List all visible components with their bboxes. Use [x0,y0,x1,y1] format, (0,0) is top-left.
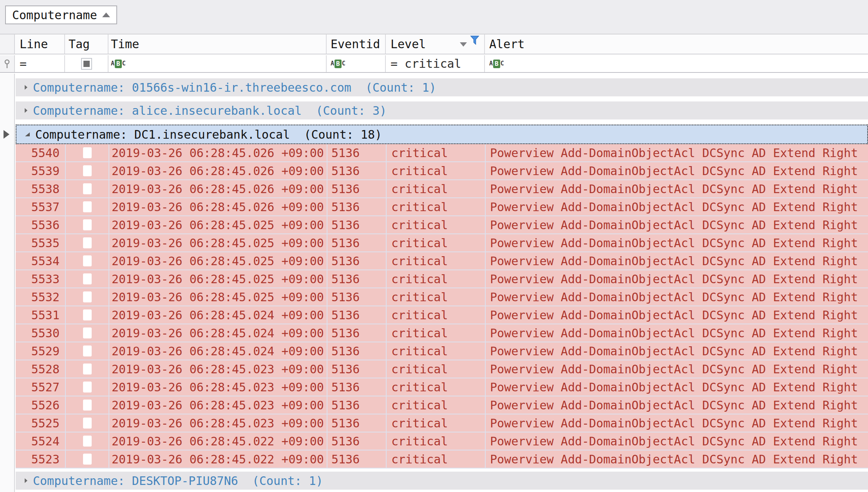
cell-tag [66,288,109,306]
table-row[interactable]: 5527 2019-03-26 06:28:45.023 +09:00 5136… [16,378,868,396]
table-row[interactable]: 5539 2019-03-26 06:28:45.026 +09:00 5136… [16,162,868,180]
table-row[interactable]: 5523 2019-03-26 06:28:45.022 +09:00 5136… [16,450,868,468]
cell-alert: Powerview Add-DomainObjectAcl DCSync AD … [486,144,868,161]
group-row-label: Computername: DESKTOP-PIU87N6 (Count: 1) [33,474,323,488]
group-row-label: Computername: 01566s-win16-ir.threebeesc… [33,81,436,94]
tag-checkbox[interactable] [83,165,92,176]
collapse-expand-icon[interactable] [23,107,29,114]
filter-input-eventid[interactable]: ABC [327,55,386,72]
tag-checkbox[interactable] [83,309,92,320]
filter-input-tag[interactable] [65,55,108,72]
table-row[interactable]: 5540 2019-03-26 06:28:45.026 +09:00 5136… [16,144,868,162]
tag-checkbox[interactable] [83,400,92,411]
filter-input-alert[interactable]: ABC [485,55,868,72]
collapse-expand-icon[interactable] [23,477,29,485]
filter-pin-icon [4,59,11,69]
cell-line: 5538 [16,180,66,197]
tag-checkbox[interactable] [83,436,92,447]
cell-line: 5525 [16,414,66,432]
group-by-button-label: Computername [12,8,97,22]
table-row[interactable]: 5535 2019-03-26 06:28:45.025 +09:00 5136… [16,234,868,252]
tag-checkbox[interactable] [83,454,92,465]
column-header-tag[interactable]: Tag [65,34,108,54]
cell-tag [66,180,109,197]
group-row-desktop-piu87n6[interactable]: Computername: DESKTOP-PIU87N6 (Count: 1) [16,472,868,490]
column-header-eventid[interactable]: Eventid [327,34,386,54]
table-row[interactable]: 5525 2019-03-26 06:28:45.023 +09:00 5136… [16,414,868,432]
tag-checkbox[interactable] [83,255,92,266]
filter-input-level[interactable]: = critical [386,55,485,72]
cell-line: 5529 [16,342,66,360]
table-row[interactable]: 5537 2019-03-26 06:28:45.026 +09:00 5136… [16,198,868,216]
cell-eventid: 5136 [327,252,387,270]
filter-input-time[interactable]: ABC [108,55,327,72]
tag-checkbox[interactable] [83,418,92,429]
cell-time: 2019-03-26 06:28:45.025 +09:00 [109,234,327,251]
cell-level: critical [387,378,486,396]
group-row-alice[interactable]: Computername: alice.insecurebank.local (… [16,101,868,119]
cell-level: critical [387,216,486,233]
tag-checkbox[interactable] [83,327,92,338]
cell-time: 2019-03-26 06:28:45.025 +09:00 [109,252,327,270]
cell-eventid: 5136 [327,162,387,179]
group-row-dc1-selected[interactable]: Computername: DC1.insecurebank.local (Co… [16,125,868,144]
column-header-line[interactable]: Line [15,34,65,54]
table-row[interactable]: 5533 2019-03-26 06:28:45.025 +09:00 5136… [16,270,868,288]
cell-level: critical [387,288,486,306]
group-row-01566s[interactable]: Computername: 01566s-win16-ir.threebeesc… [16,78,868,96]
table-row[interactable]: 5536 2019-03-26 06:28:45.025 +09:00 5136… [16,216,868,234]
cell-time: 2019-03-26 06:28:45.025 +09:00 [109,288,327,306]
table-row[interactable]: 5531 2019-03-26 06:28:45.024 +09:00 5136… [16,306,868,324]
group-by-panel: Computername [0,0,868,34]
tag-checkbox[interactable] [83,183,92,194]
table-row[interactable]: 5528 2019-03-26 06:28:45.023 +09:00 5136… [16,360,868,378]
cell-level: critical [387,144,486,161]
table-row[interactable]: 5532 2019-03-26 06:28:45.025 +09:00 5136… [16,288,868,306]
level-filter-value: = critical [391,57,461,71]
cell-eventid: 5136 [327,432,387,450]
cell-alert: Powerview Add-DomainObjectAcl DCSync AD … [486,198,868,215]
table-row[interactable]: 5538 2019-03-26 06:28:45.026 +09:00 5136… [16,180,868,198]
level-dropdown-icon[interactable] [460,42,467,47]
cell-alert: Powerview Add-DomainObjectAcl DCSync AD … [486,360,868,378]
tag-checkbox[interactable] [83,237,92,248]
table-row[interactable]: 5524 2019-03-26 06:28:45.022 +09:00 5136… [16,432,868,450]
table-row[interactable]: 5534 2019-03-26 06:28:45.025 +09:00 5136… [16,252,868,270]
collapse-expand-icon[interactable] [24,130,31,138]
tag-checkbox[interactable] [83,273,92,284]
cell-eventid: 5136 [327,216,387,233]
table-row[interactable]: 5526 2019-03-26 06:28:45.023 +09:00 5136… [16,396,868,414]
cell-tag [66,360,109,378]
group-rows-container: 5540 2019-03-26 06:28:45.026 +09:00 5136… [0,144,868,468]
table-row[interactable]: 5530 2019-03-26 06:28:45.024 +09:00 5136… [16,324,868,342]
cell-line: 5532 [16,288,66,306]
tag-checkbox[interactable] [83,364,92,374]
filter-input-line[interactable]: = [15,55,65,72]
level-active-filter-funnel-icon[interactable] [470,35,479,45]
tag-checkbox[interactable] [83,382,92,393]
collapse-expand-icon[interactable] [23,83,29,91]
cell-level: critical [387,414,486,432]
tag-filter-checkbox[interactable] [81,58,92,70]
column-header-level-label: Level [391,37,426,51]
tag-checkbox[interactable] [83,201,92,212]
cell-alert: Powerview Add-DomainObjectAcl DCSync AD … [486,216,868,233]
group-by-computername-button[interactable]: Computername [5,5,117,24]
column-header-alert[interactable]: Alert [485,34,868,54]
cell-alert: Powerview Add-DomainObjectAcl DCSync AD … [486,234,868,251]
cell-level: critical [387,396,486,414]
table-row[interactable]: 5529 2019-03-26 06:28:45.024 +09:00 5136… [16,342,868,360]
header-gutter-cell [0,34,15,54]
cell-eventid: 5136 [327,342,387,360]
cell-alert: Powerview Add-DomainObjectAcl DCSync AD … [486,342,868,360]
cell-level: critical [387,252,486,270]
tag-checkbox[interactable] [83,291,92,302]
cell-eventid: 5136 [327,180,387,197]
column-header-time[interactable]: Time [108,34,327,54]
cell-eventid: 5136 [327,234,387,251]
tag-checkbox[interactable] [83,219,92,230]
column-header-level[interactable]: Level [386,34,485,54]
tag-checkbox[interactable] [83,147,92,158]
tag-checkbox[interactable] [83,345,92,356]
cell-time: 2019-03-26 06:28:45.026 +09:00 [109,198,327,215]
